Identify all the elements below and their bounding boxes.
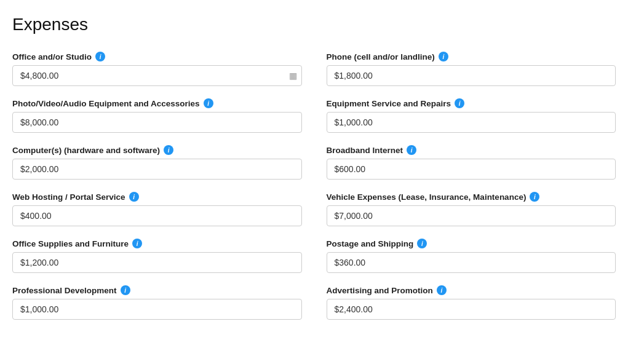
input-vehicle-expenses[interactable] bbox=[327, 205, 616, 226]
input-broadband[interactable] bbox=[327, 159, 616, 180]
input-computers[interactable] bbox=[12, 159, 302, 180]
label-text-computers: Computer(s) (hardware and software) bbox=[12, 146, 160, 155]
input-professional-development[interactable] bbox=[12, 299, 302, 320]
field-vehicle-expenses: Vehicle Expenses (Lease, Insurance, Main… bbox=[327, 192, 616, 226]
field-professional-development: Professional Developmenti bbox=[12, 285, 302, 320]
input-wrapper-photo-video-audio bbox=[12, 112, 302, 133]
label-text-vehicle-expenses: Vehicle Expenses (Lease, Insurance, Main… bbox=[327, 192, 527, 202]
input-wrapper-equipment-service bbox=[327, 112, 616, 133]
label-text-web-hosting: Web Hosting / Portal Service bbox=[12, 192, 125, 202]
field-photo-video-audio: Photo/Video/Audio Equipment and Accessor… bbox=[12, 98, 302, 133]
field-computers: Computer(s) (hardware and software)i bbox=[12, 145, 302, 180]
field-postage-shipping: Postage and Shippingi bbox=[327, 239, 616, 273]
input-wrapper-advertising-promotion bbox=[327, 299, 616, 320]
info-icon-web-hosting[interactable]: i bbox=[129, 192, 139, 202]
input-wrapper-office-supplies bbox=[12, 252, 302, 273]
input-wrapper-phone bbox=[327, 65, 616, 86]
input-equipment-service[interactable] bbox=[327, 112, 616, 133]
label-broadband: Broadband Interneti bbox=[327, 145, 616, 155]
label-text-office-supplies: Office Supplies and Furniture bbox=[12, 239, 129, 248]
input-phone[interactable] bbox=[327, 65, 616, 86]
field-advertising-promotion: Advertising and Promotioni bbox=[327, 285, 616, 320]
label-text-photo-video-audio: Photo/Video/Audio Equipment and Accessor… bbox=[12, 99, 200, 108]
label-text-advertising-promotion: Advertising and Promotion bbox=[327, 286, 433, 295]
input-office-studio[interactable] bbox=[12, 65, 302, 86]
input-wrapper-vehicle-expenses bbox=[327, 205, 616, 226]
label-text-broadband: Broadband Internet bbox=[327, 146, 403, 155]
label-vehicle-expenses: Vehicle Expenses (Lease, Insurance, Main… bbox=[327, 192, 616, 202]
expenses-form-grid: Office and/or Studioi▦Phone (cell and/or… bbox=[12, 52, 616, 332]
input-photo-video-audio[interactable] bbox=[12, 112, 302, 133]
label-postage-shipping: Postage and Shippingi bbox=[327, 239, 616, 248]
input-wrapper-computers bbox=[12, 159, 302, 180]
field-equipment-service: Equipment Service and Repairsi bbox=[327, 98, 616, 133]
input-web-hosting[interactable] bbox=[12, 205, 302, 226]
input-advertising-promotion[interactable] bbox=[327, 299, 616, 320]
label-computers: Computer(s) (hardware and software)i bbox=[12, 145, 302, 155]
input-wrapper-web-hosting bbox=[12, 205, 302, 226]
field-office-supplies: Office Supplies and Furniturei bbox=[12, 239, 302, 273]
info-icon-vehicle-expenses[interactable]: i bbox=[530, 192, 539, 202]
label-office-studio: Office and/or Studioi bbox=[12, 52, 302, 61]
input-wrapper-broadband bbox=[327, 159, 616, 180]
info-icon-office-studio[interactable]: i bbox=[95, 52, 105, 61]
info-icon-advertising-promotion[interactable]: i bbox=[437, 285, 447, 295]
field-web-hosting: Web Hosting / Portal Servicei bbox=[12, 192, 302, 226]
label-web-hosting: Web Hosting / Portal Servicei bbox=[12, 192, 302, 202]
field-phone: Phone (cell and/or landline)i bbox=[327, 52, 616, 86]
info-icon-professional-development[interactable]: i bbox=[121, 285, 130, 295]
input-postage-shipping[interactable] bbox=[327, 252, 616, 273]
label-office-supplies: Office Supplies and Furniturei bbox=[12, 239, 302, 248]
label-text-equipment-service: Equipment Service and Repairs bbox=[327, 99, 451, 108]
input-wrapper-professional-development bbox=[12, 299, 302, 320]
info-icon-equipment-service[interactable]: i bbox=[455, 98, 464, 108]
field-office-studio: Office and/or Studioi▦ bbox=[12, 52, 302, 86]
label-professional-development: Professional Developmenti bbox=[12, 285, 302, 295]
label-phone: Phone (cell and/or landline)i bbox=[327, 52, 616, 61]
label-advertising-promotion: Advertising and Promotioni bbox=[327, 285, 616, 295]
input-office-supplies[interactable] bbox=[12, 252, 302, 273]
info-icon-office-supplies[interactable]: i bbox=[132, 239, 142, 248]
label-text-postage-shipping: Postage and Shipping bbox=[327, 239, 414, 248]
page-title: Expenses bbox=[12, 15, 616, 34]
label-photo-video-audio: Photo/Video/Audio Equipment and Accessor… bbox=[12, 98, 302, 108]
label-text-office-studio: Office and/or Studio bbox=[12, 52, 92, 61]
label-text-professional-development: Professional Development bbox=[12, 286, 117, 295]
label-equipment-service: Equipment Service and Repairsi bbox=[327, 98, 616, 108]
info-icon-photo-video-audio[interactable]: i bbox=[204, 98, 213, 108]
input-wrapper-postage-shipping bbox=[327, 252, 616, 273]
label-text-phone: Phone (cell and/or landline) bbox=[327, 52, 435, 61]
info-icon-computers[interactable]: i bbox=[164, 145, 173, 155]
info-icon-postage-shipping[interactable]: i bbox=[417, 239, 427, 248]
input-wrapper-office-studio: ▦ bbox=[12, 65, 302, 86]
info-icon-broadband[interactable]: i bbox=[407, 145, 416, 155]
field-broadband: Broadband Interneti bbox=[327, 145, 616, 180]
info-icon-phone[interactable]: i bbox=[439, 52, 448, 61]
